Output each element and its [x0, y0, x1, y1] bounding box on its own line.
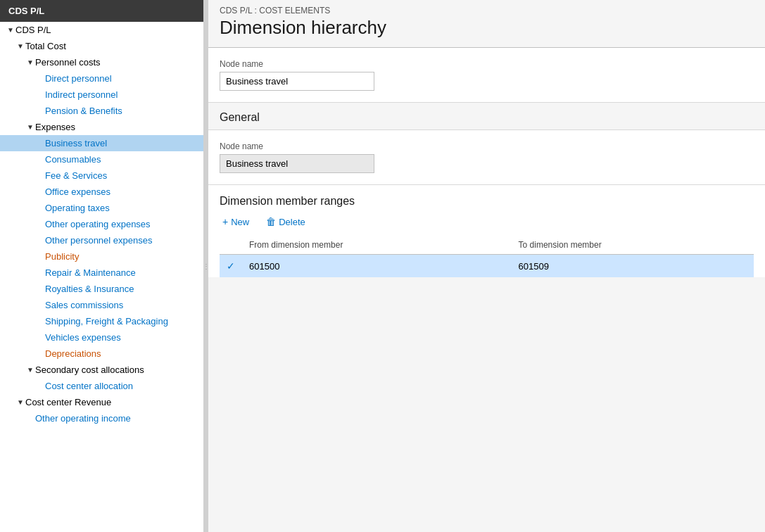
col-check: [220, 236, 242, 255]
dimension-table: From dimension member To dimension membe…: [220, 236, 754, 277]
top-field-label: Node name: [220, 59, 754, 69]
main-content: CDS P/L : COST ELEMENTS Dimension hierar…: [208, 0, 765, 532]
collapse-icon[interactable]: ▼: [25, 58, 35, 66]
sidebar-item-other-operating-expenses[interactable]: Other operating expenses: [0, 216, 203, 232]
sidebar-item-label: Fee & Services: [45, 170, 107, 181]
new-label: New: [231, 217, 249, 227]
sidebar-item-operating-taxes[interactable]: Operating taxes: [0, 200, 203, 216]
top-section: Node name: [208, 48, 765, 103]
sidebar-item-sales-commissions[interactable]: Sales commissions: [0, 297, 203, 313]
sidebar-item-label: Cost center Revenue: [25, 397, 111, 407]
sidebar-item-label: Secondary cost allocations: [35, 365, 144, 375]
sidebar-item-label: Vehicles expenses: [45, 332, 121, 343]
sidebar-item-cost-center-allocation[interactable]: Cost center allocation: [0, 378, 203, 394]
sidebar-item-total-cost[interactable]: ▼Total Cost: [0, 38, 203, 54]
collapse-icon[interactable]: ▼: [15, 42, 25, 50]
sidebar-item-label: Royalties & Insurance: [45, 284, 134, 294]
sidebar-item-label: Indirect personnel: [45, 89, 118, 100]
col-from: From dimension member: [242, 236, 512, 255]
sidebar-item-cds-pl[interactable]: ▼CDS P/L: [0, 22, 203, 38]
general-field-label: Node name: [220, 141, 754, 151]
row-from: 601500: [242, 255, 512, 278]
breadcrumb: CDS P/L : COST ELEMENTS: [208, 0, 765, 17]
tree-container: ▼CDS P/L▼Total Cost▼Personnel costsDirec…: [0, 22, 203, 426]
page-title: Dimension hierarchy: [208, 17, 765, 48]
sidebar-item-secondary-cost[interactable]: ▼Secondary cost allocations: [0, 362, 203, 378]
table-header-row: From dimension member To dimension membe…: [220, 236, 754, 255]
sidebar-item-business-travel[interactable]: Business travel: [0, 135, 203, 151]
sidebar-item-label: CDS P/L: [15, 25, 51, 35]
sidebar-item-label: Other operating income: [35, 413, 131, 424]
col-to: To dimension member: [512, 236, 754, 255]
sidebar-header: CDS P/L: [0, 0, 203, 22]
delete-label: Delete: [279, 217, 305, 227]
sidebar-item-cost-center-revenue[interactable]: ▼Cost center Revenue: [0, 394, 203, 410]
sidebar-item-label: Other personnel expenses: [45, 235, 152, 246]
dimension-section: Dimension member ranges + New 🗑 Delete F…: [208, 185, 765, 277]
sidebar-item-label: Personnel costs: [35, 57, 101, 68]
row-to: 601509: [512, 255, 754, 278]
sidebar-item-repair-maintenance[interactable]: Repair & Maintenance: [0, 265, 203, 281]
plus-icon: +: [222, 216, 228, 227]
sidebar-item-label: Other operating expenses: [45, 219, 151, 229]
sidebar-item-indirect-personnel[interactable]: Indirect personnel: [0, 87, 203, 103]
sidebar-item-vehicles-expenses[interactable]: Vehicles expenses: [0, 329, 203, 346]
sidebar-item-pension-benefits[interactable]: Pension & Benefits: [0, 103, 203, 119]
sidebar-item-label: Depreciations: [45, 348, 101, 359]
sidebar-item-shipping-freight[interactable]: Shipping, Freight & Packaging: [0, 313, 203, 329]
sidebar-item-expenses[interactable]: ▼Expenses: [0, 119, 203, 135]
sidebar-item-label: Direct personnel: [45, 73, 112, 84]
sidebar-item-label: Publicity: [45, 251, 79, 262]
delete-icon: 🗑: [266, 216, 276, 227]
sidebar-item-label: Expenses: [35, 122, 75, 132]
top-node-name-input[interactable]: [220, 72, 374, 91]
collapse-icon[interactable]: ▼: [6, 26, 15, 34]
sidebar-item-label: Consumables: [45, 154, 101, 165]
sidebar-item-publicity[interactable]: Publicity: [0, 248, 203, 265]
sidebar-item-fee-services[interactable]: Fee & Services: [0, 167, 203, 184]
table-row[interactable]: ✓601500601509: [220, 255, 754, 278]
general-section-title: General: [208, 103, 765, 130]
sidebar-item-other-operating-income[interactable]: Other operating income: [0, 410, 203, 426]
checkmark-icon: ✓: [227, 260, 235, 272]
sidebar-item-label: Pension & Benefits: [45, 106, 122, 116]
general-node-name-input[interactable]: [220, 154, 374, 173]
new-button[interactable]: + New: [220, 215, 252, 229]
table-body: ✓601500601509: [220, 255, 754, 278]
sidebar-item-label: Repair & Maintenance: [45, 267, 136, 278]
sidebar-item-consumables[interactable]: Consumables: [0, 151, 203, 167]
sidebar-item-label: Cost center allocation: [45, 381, 133, 391]
sidebar-item-direct-personnel[interactable]: Direct personnel: [0, 70, 203, 87]
collapse-icon[interactable]: ▼: [25, 123, 35, 131]
general-section: Node name: [208, 130, 765, 185]
sidebar-item-royalties-insurance[interactable]: Royalties & Insurance: [0, 281, 203, 297]
toolbar: + New 🗑 Delete: [220, 215, 754, 229]
dimension-section-title: Dimension member ranges: [220, 185, 754, 215]
sidebar-item-office-expenses[interactable]: Office expenses: [0, 184, 203, 200]
sidebar-item-other-personnel-expenses[interactable]: Other personnel expenses: [0, 232, 203, 248]
delete-button[interactable]: 🗑 Delete: [263, 215, 308, 229]
row-check: ✓: [220, 255, 242, 278]
collapse-icon[interactable]: ▼: [15, 398, 25, 406]
sidebar-item-label: Office expenses: [45, 186, 110, 197]
sidebar-item-depreciations[interactable]: Depreciations: [0, 346, 203, 362]
sidebar: CDS P/L ▼CDS P/L▼Total Cost▼Personnel co…: [0, 0, 204, 532]
sidebar-item-personnel-costs[interactable]: ▼Personnel costs: [0, 54, 203, 70]
sidebar-item-label: Business travel: [45, 138, 107, 148]
sidebar-item-label: Shipping, Freight & Packaging: [45, 316, 168, 327]
collapse-icon[interactable]: ▼: [25, 366, 35, 374]
sidebar-item-label: Total Cost: [25, 41, 66, 51]
sidebar-item-label: Sales commissions: [45, 300, 123, 310]
sidebar-item-label: Operating taxes: [45, 203, 110, 213]
